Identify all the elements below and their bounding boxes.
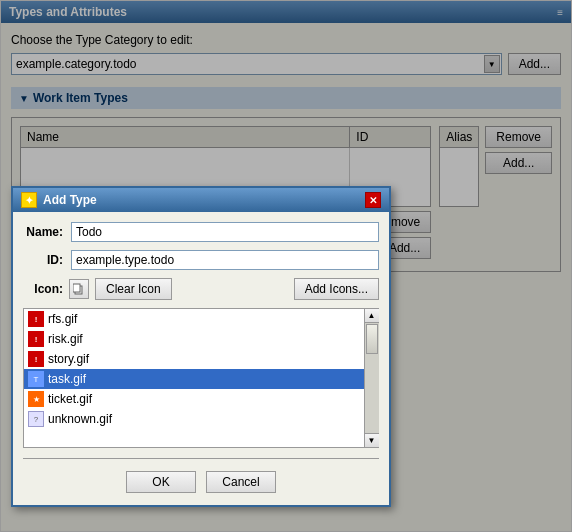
icon-label: Icon: xyxy=(23,282,63,296)
add-type-dialog: ✦ Add Type ✕ Name: ID: Icon: xyxy=(11,186,391,507)
clear-icon-button[interactable]: Clear Icon xyxy=(95,278,172,300)
ok-button[interactable]: OK xyxy=(126,471,196,493)
icon-copy-button[interactable] xyxy=(69,279,89,299)
dialog-header-icon: ✦ xyxy=(21,192,37,208)
dialog-buttons: OK Cancel xyxy=(23,465,379,495)
dialog-separator xyxy=(23,458,379,459)
file-icon-unknown: ? xyxy=(28,411,44,427)
cancel-button[interactable]: Cancel xyxy=(206,471,276,493)
file-list: ! rfs.gif ! risk.gif ! story.gif T task.… xyxy=(24,309,364,447)
file-icon-story: ! xyxy=(28,351,44,367)
name-label: Name: xyxy=(23,225,63,239)
name-input[interactable] xyxy=(71,222,379,242)
scrollbar-track xyxy=(365,323,379,433)
id-label: ID: xyxy=(23,253,63,267)
dialog-header: ✦ Add Type ✕ xyxy=(13,188,389,212)
scrollbar-up-button[interactable]: ▲ xyxy=(365,309,379,323)
name-row: Name: xyxy=(23,222,379,242)
file-icon-task: T xyxy=(28,371,44,387)
icon-row: Icon: Clear Icon Add Icons... xyxy=(23,278,379,300)
id-input[interactable] xyxy=(71,250,379,270)
scrollbar-thumb[interactable] xyxy=(366,324,378,354)
dialog-header-left: ✦ Add Type xyxy=(21,192,97,208)
list-item[interactable]: ? unknown.gif xyxy=(24,409,364,429)
file-icon-ticket: ★ xyxy=(28,391,44,407)
file-name-unknown: unknown.gif xyxy=(48,412,112,426)
main-panel: Types and Attributes ≡ Choose the Type C… xyxy=(0,0,572,532)
dialog-close-button[interactable]: ✕ xyxy=(365,192,381,208)
list-item[interactable]: ! rfs.gif xyxy=(24,309,364,329)
list-item[interactable]: ! story.gif xyxy=(24,349,364,369)
add-icons-button[interactable]: Add Icons... xyxy=(294,278,379,300)
file-name-rfs: rfs.gif xyxy=(48,312,77,326)
list-item-selected[interactable]: T task.gif xyxy=(24,369,364,389)
file-name-ticket: ticket.gif xyxy=(48,392,92,406)
file-name-risk: risk.gif xyxy=(48,332,83,346)
copy-icon xyxy=(73,283,85,295)
id-row: ID: xyxy=(23,250,379,270)
list-item[interactable]: ★ ticket.gif xyxy=(24,389,364,409)
file-name-story: story.gif xyxy=(48,352,89,366)
dialog-body: Name: ID: Icon: Clear Icon Add Icons... xyxy=(13,212,389,505)
svg-rect-1 xyxy=(73,284,80,292)
file-list-scrollbar: ▲ ▼ xyxy=(364,309,378,447)
list-item[interactable]: ! risk.gif xyxy=(24,329,364,349)
file-icon-rfs: ! xyxy=(28,311,44,327)
file-list-container: ! rfs.gif ! risk.gif ! story.gif T task.… xyxy=(23,308,379,448)
scrollbar-down-button[interactable]: ▼ xyxy=(365,433,379,447)
file-name-task: task.gif xyxy=(48,372,86,386)
dialog-title: Add Type xyxy=(43,193,97,207)
file-icon-risk: ! xyxy=(28,331,44,347)
